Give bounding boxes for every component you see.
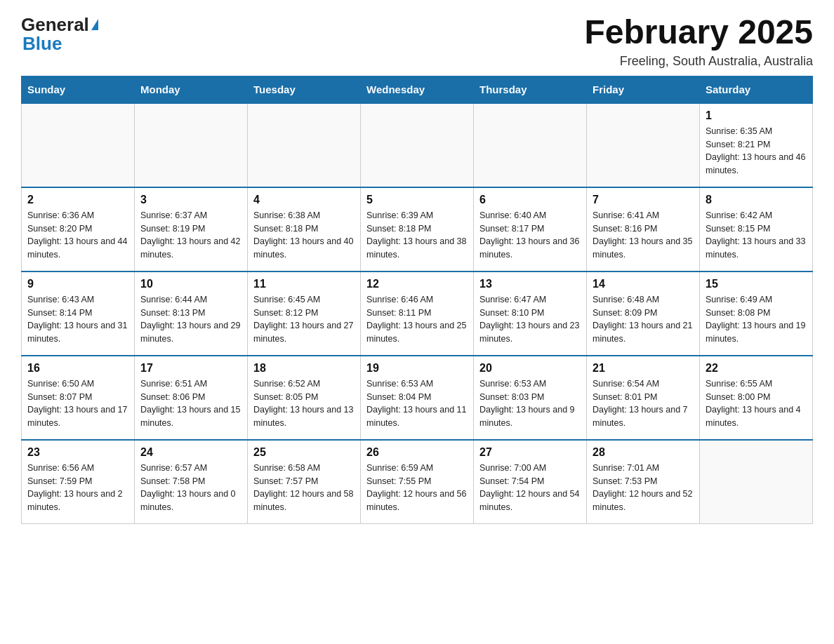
calendar-cell: 15Sunrise: 6:49 AM Sunset: 8:08 PM Dayli…: [700, 271, 813, 356]
calendar-cell: 16Sunrise: 6:50 AM Sunset: 8:07 PM Dayli…: [22, 356, 135, 440]
day-number: 13: [479, 278, 581, 290]
day-info: Sunrise: 6:42 AM Sunset: 8:15 PM Dayligh…: [706, 209, 807, 262]
day-number: 10: [140, 278, 241, 290]
calendar-week-row: 2Sunrise: 6:36 AM Sunset: 8:20 PM Daylig…: [22, 187, 813, 271]
calendar-cell: 22Sunrise: 6:55 AM Sunset: 8:00 PM Dayli…: [700, 356, 813, 440]
calendar-cell: 1Sunrise: 6:35 AM Sunset: 8:21 PM Daylig…: [700, 103, 813, 187]
day-info: Sunrise: 6:41 AM Sunset: 8:16 PM Dayligh…: [593, 209, 694, 262]
calendar-cell: 3Sunrise: 6:37 AM Sunset: 8:19 PM Daylig…: [135, 187, 248, 271]
calendar-cell: [22, 103, 135, 187]
weekday-header-thursday: Thursday: [474, 76, 587, 103]
calendar-cell: 27Sunrise: 7:00 AM Sunset: 7:54 PM Dayli…: [474, 440, 587, 524]
calendar-week-row: 9Sunrise: 6:43 AM Sunset: 8:14 PM Daylig…: [22, 271, 813, 356]
day-number: 9: [27, 278, 128, 290]
calendar-cell: 10Sunrise: 6:44 AM Sunset: 8:13 PM Dayli…: [135, 271, 248, 356]
day-number: 18: [253, 362, 355, 375]
day-number: 26: [366, 446, 468, 459]
day-number: 24: [140, 446, 241, 459]
day-number: 11: [253, 278, 355, 290]
calendar-cell: 9Sunrise: 6:43 AM Sunset: 8:14 PM Daylig…: [22, 271, 135, 356]
calendar-cell: 18Sunrise: 6:52 AM Sunset: 8:05 PM Dayli…: [248, 356, 361, 440]
day-info: Sunrise: 6:50 AM Sunset: 8:07 PM Dayligh…: [27, 377, 128, 430]
calendar-cell: [135, 103, 248, 187]
day-number: 16: [27, 362, 128, 375]
day-info: Sunrise: 6:48 AM Sunset: 8:09 PM Dayligh…: [593, 293, 694, 346]
day-info: Sunrise: 7:01 AM Sunset: 7:53 PM Dayligh…: [593, 462, 694, 514]
day-number: 19: [366, 362, 468, 375]
day-info: Sunrise: 6:39 AM Sunset: 8:18 PM Dayligh…: [366, 209, 468, 262]
day-info: Sunrise: 6:37 AM Sunset: 8:19 PM Dayligh…: [140, 209, 241, 262]
day-info: Sunrise: 6:47 AM Sunset: 8:10 PM Dayligh…: [479, 293, 581, 346]
calendar-cell: [248, 103, 361, 187]
calendar-cell: 7Sunrise: 6:41 AM Sunset: 8:16 PM Daylig…: [587, 187, 700, 271]
weekday-header-friday: Friday: [587, 76, 700, 103]
day-info: Sunrise: 6:58 AM Sunset: 7:57 PM Dayligh…: [253, 462, 355, 514]
day-info: Sunrise: 6:56 AM Sunset: 7:59 PM Dayligh…: [27, 462, 128, 514]
day-info: Sunrise: 6:49 AM Sunset: 8:08 PM Dayligh…: [706, 293, 807, 346]
day-info: Sunrise: 6:53 AM Sunset: 8:04 PM Dayligh…: [366, 377, 468, 430]
logo: General Blue: [21, 14, 98, 55]
day-info: Sunrise: 6:35 AM Sunset: 8:21 PM Dayligh…: [706, 125, 807, 177]
calendar-cell: [474, 103, 587, 187]
weekday-header-tuesday: Tuesday: [248, 76, 361, 103]
day-info: Sunrise: 6:38 AM Sunset: 8:18 PM Dayligh…: [253, 209, 355, 262]
calendar-cell: 2Sunrise: 6:36 AM Sunset: 8:20 PM Daylig…: [22, 187, 135, 271]
weekday-header-wednesday: Wednesday: [361, 76, 474, 103]
day-number: 4: [253, 194, 355, 206]
logo-arrow-icon: [91, 19, 98, 30]
calendar-cell: [587, 103, 700, 187]
day-number: 7: [593, 194, 694, 206]
calendar-cell: 24Sunrise: 6:57 AM Sunset: 7:58 PM Dayli…: [135, 440, 248, 524]
day-info: Sunrise: 6:51 AM Sunset: 8:06 PM Dayligh…: [140, 377, 241, 430]
calendar-cell: [361, 103, 474, 187]
logo-blue: Blue: [21, 33, 62, 55]
day-number: 21: [593, 362, 694, 375]
day-number: 6: [479, 194, 581, 206]
weekday-header-sunday: Sunday: [22, 76, 135, 103]
calendar-header-row: SundayMondayTuesdayWednesdayThursdayFrid…: [22, 76, 813, 103]
day-info: Sunrise: 6:43 AM Sunset: 8:14 PM Dayligh…: [27, 293, 128, 346]
day-number: 25: [253, 446, 355, 459]
day-info: Sunrise: 6:45 AM Sunset: 8:12 PM Dayligh…: [253, 293, 355, 346]
calendar-cell: 20Sunrise: 6:53 AM Sunset: 8:03 PM Dayli…: [474, 356, 587, 440]
day-info: Sunrise: 7:00 AM Sunset: 7:54 PM Dayligh…: [479, 462, 581, 514]
day-number: 17: [140, 362, 241, 375]
calendar-cell: 14Sunrise: 6:48 AM Sunset: 8:09 PM Dayli…: [587, 271, 700, 356]
day-number: 23: [27, 446, 128, 459]
day-number: 15: [706, 278, 807, 290]
day-number: 28: [593, 446, 694, 459]
day-number: 22: [706, 362, 807, 375]
calendar-cell: 4Sunrise: 6:38 AM Sunset: 8:18 PM Daylig…: [248, 187, 361, 271]
calendar-cell: 19Sunrise: 6:53 AM Sunset: 8:04 PM Dayli…: [361, 356, 474, 440]
page-title: February 2025: [584, 14, 813, 51]
page-subtitle: Freeling, South Australia, Australia: [584, 54, 813, 69]
day-number: 8: [706, 194, 807, 206]
day-info: Sunrise: 6:36 AM Sunset: 8:20 PM Dayligh…: [27, 209, 128, 262]
calendar-cell: 28Sunrise: 7:01 AM Sunset: 7:53 PM Dayli…: [587, 440, 700, 524]
day-info: Sunrise: 6:59 AM Sunset: 7:55 PM Dayligh…: [366, 462, 468, 514]
day-info: Sunrise: 6:44 AM Sunset: 8:13 PM Dayligh…: [140, 293, 241, 346]
day-number: 27: [479, 446, 581, 459]
day-info: Sunrise: 6:40 AM Sunset: 8:17 PM Dayligh…: [479, 209, 581, 262]
calendar-week-row: 16Sunrise: 6:50 AM Sunset: 8:07 PM Dayli…: [22, 356, 813, 440]
day-number: 3: [140, 194, 241, 206]
page-header: General Blue February 2025 Freeling, Sou…: [21, 14, 813, 69]
day-info: Sunrise: 6:53 AM Sunset: 8:03 PM Dayligh…: [479, 377, 581, 430]
calendar-cell: 17Sunrise: 6:51 AM Sunset: 8:06 PM Dayli…: [135, 356, 248, 440]
day-info: Sunrise: 6:57 AM Sunset: 7:58 PM Dayligh…: [140, 462, 241, 514]
calendar-week-row: 1Sunrise: 6:35 AM Sunset: 8:21 PM Daylig…: [22, 103, 813, 187]
weekday-header-saturday: Saturday: [700, 76, 813, 103]
calendar-cell: 21Sunrise: 6:54 AM Sunset: 8:01 PM Dayli…: [587, 356, 700, 440]
calendar-cell: 26Sunrise: 6:59 AM Sunset: 7:55 PM Dayli…: [361, 440, 474, 524]
calendar-cell: 13Sunrise: 6:47 AM Sunset: 8:10 PM Dayli…: [474, 271, 587, 356]
calendar-cell: 11Sunrise: 6:45 AM Sunset: 8:12 PM Dayli…: [248, 271, 361, 356]
day-info: Sunrise: 6:54 AM Sunset: 8:01 PM Dayligh…: [593, 377, 694, 430]
calendar-week-row: 23Sunrise: 6:56 AM Sunset: 7:59 PM Dayli…: [22, 440, 813, 524]
title-block: February 2025 Freeling, South Australia,…: [584, 14, 813, 69]
calendar-cell: [700, 440, 813, 524]
day-number: 1: [706, 109, 807, 122]
weekday-header-monday: Monday: [135, 76, 248, 103]
calendar-cell: 23Sunrise: 6:56 AM Sunset: 7:59 PM Dayli…: [22, 440, 135, 524]
calendar-cell: 6Sunrise: 6:40 AM Sunset: 8:17 PM Daylig…: [474, 187, 587, 271]
day-number: 12: [366, 278, 468, 290]
